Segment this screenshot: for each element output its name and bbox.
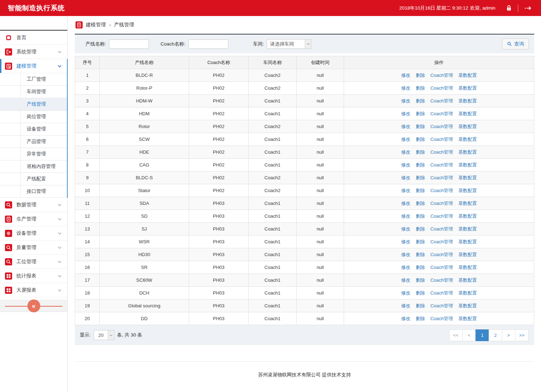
action-coach-manage-link[interactable]: Coach管理 bbox=[430, 123, 453, 130]
breadcrumb-section[interactable]: 建模管理 bbox=[86, 22, 106, 28]
action-base-config-link[interactable]: 基数配置 bbox=[458, 239, 477, 245]
action-coach-manage-link[interactable]: Coach管理 bbox=[430, 162, 453, 168]
action-base-config-link[interactable]: 基数配置 bbox=[458, 162, 477, 168]
action-modify-link[interactable]: 修改 bbox=[401, 149, 410, 155]
action-coach-manage-link[interactable]: Coach管理 bbox=[430, 200, 453, 207]
action-base-config-link[interactable]: 基数配置 bbox=[458, 175, 477, 181]
sidebar-item-modeling[interactable]: 建模管理 bbox=[0, 59, 67, 73]
action-delete-link[interactable]: 删除 bbox=[416, 200, 425, 207]
action-modify-link[interactable]: 修改 bbox=[401, 187, 410, 194]
action-base-config-link[interactable]: 基数配置 bbox=[458, 316, 477, 322]
submenu-item-equipment[interactable]: 设备管理 bbox=[0, 123, 67, 136]
action-base-config-link[interactable]: 基数配置 bbox=[458, 213, 477, 219]
action-modify-link[interactable]: 修改 bbox=[401, 239, 410, 245]
submenu-item-exception[interactable]: 异常管理 bbox=[0, 148, 67, 160]
action-base-config-link[interactable]: 基数配置 bbox=[458, 123, 477, 130]
sidebar-item-station[interactable]: 工位管理 bbox=[0, 255, 67, 269]
action-base-config-link[interactable]: 基数配置 bbox=[458, 149, 477, 155]
action-base-config-link[interactable]: 基数配置 bbox=[458, 187, 477, 194]
action-modify-link[interactable]: 修改 bbox=[401, 175, 410, 181]
action-delete-link[interactable]: 删除 bbox=[416, 85, 425, 91]
page-1-button[interactable]: 1 bbox=[475, 329, 489, 341]
line-name-input[interactable] bbox=[109, 39, 149, 49]
action-coach-manage-link[interactable]: Coach管理 bbox=[430, 213, 453, 219]
submenu-item-line-config[interactable]: 产线配置 bbox=[0, 173, 67, 185]
search-button[interactable]: 查询 bbox=[502, 38, 529, 49]
action-modify-link[interactable]: 修改 bbox=[401, 226, 410, 232]
logout-arrow-icon[interactable] bbox=[523, 4, 532, 13]
action-modify-link[interactable]: 修改 bbox=[401, 251, 410, 258]
action-modify-link[interactable]: 修改 bbox=[401, 303, 410, 309]
action-coach-manage-link[interactable]: Coach管理 bbox=[430, 136, 453, 143]
action-base-config-link[interactable]: 基数配置 bbox=[458, 264, 477, 271]
action-modify-link[interactable]: 修改 bbox=[401, 72, 410, 79]
action-coach-manage-link[interactable]: Coach管理 bbox=[430, 187, 453, 194]
action-coach-manage-link[interactable]: Coach管理 bbox=[430, 239, 453, 245]
action-base-config-link[interactable]: 基数配置 bbox=[458, 277, 477, 284]
action-coach-manage-link[interactable]: Coach管理 bbox=[430, 149, 453, 155]
submenu-item-factory[interactable]: 工厂管理 bbox=[0, 73, 67, 86]
action-delete-link[interactable]: 删除 bbox=[416, 303, 425, 309]
sidebar-item-screen-report[interactable]: 大屏报表 bbox=[0, 283, 67, 297]
action-modify-link[interactable]: 修改 bbox=[401, 111, 410, 117]
submenu-item-production-line[interactable]: 产线管理 bbox=[0, 98, 67, 111]
page-2-button[interactable]: 2 bbox=[489, 329, 502, 341]
action-coach-manage-link[interactable]: Coach管理 bbox=[430, 226, 453, 232]
action-modify-link[interactable]: 修改 bbox=[401, 316, 410, 322]
action-delete-link[interactable]: 删除 bbox=[416, 72, 425, 79]
action-base-config-link[interactable]: 基数配置 bbox=[458, 303, 477, 309]
action-delete-link[interactable]: 删除 bbox=[416, 251, 425, 258]
action-delete-link[interactable]: 删除 bbox=[416, 277, 425, 284]
action-base-config-link[interactable]: 基数配置 bbox=[458, 72, 477, 79]
action-delete-link[interactable]: 删除 bbox=[416, 213, 425, 219]
action-modify-link[interactable]: 修改 bbox=[401, 136, 410, 143]
action-base-config-link[interactable]: 基数配置 bbox=[458, 85, 477, 91]
action-coach-manage-link[interactable]: Coach管理 bbox=[430, 98, 453, 104]
action-modify-link[interactable]: 修改 bbox=[401, 264, 410, 271]
action-base-config-link[interactable]: 基数配置 bbox=[458, 200, 477, 207]
submenu-item-workshop[interactable]: 车间管理 bbox=[0, 86, 67, 98]
action-modify-link[interactable]: 修改 bbox=[401, 290, 410, 296]
collapse-sidebar-button[interactable]: « bbox=[27, 300, 40, 312]
action-delete-link[interactable]: 删除 bbox=[416, 136, 425, 143]
action-modify-link[interactable]: 修改 bbox=[401, 123, 410, 130]
action-modify-link[interactable]: 修改 bbox=[401, 85, 410, 91]
submenu-item-post[interactable]: 岗位管理 bbox=[0, 111, 67, 123]
action-delete-link[interactable]: 删除 bbox=[416, 98, 425, 104]
submenu-item-product[interactable]: 产品管理 bbox=[0, 136, 67, 148]
action-delete-link[interactable]: 删除 bbox=[416, 187, 425, 194]
action-delete-link[interactable]: 删除 bbox=[416, 290, 425, 296]
action-delete-link[interactable]: 删除 bbox=[416, 111, 425, 117]
page-first-button[interactable]: << bbox=[449, 329, 463, 341]
action-base-config-link[interactable]: 基数配置 bbox=[458, 226, 477, 232]
page-last-button[interactable]: >> bbox=[515, 329, 529, 341]
action-base-config-link[interactable]: 基数配置 bbox=[458, 98, 477, 104]
action-base-config-link[interactable]: 基数配置 bbox=[458, 136, 477, 143]
action-modify-link[interactable]: 修改 bbox=[401, 98, 410, 104]
page-next-button[interactable]: > bbox=[502, 329, 515, 341]
action-coach-manage-link[interactable]: Coach管理 bbox=[430, 251, 453, 258]
sidebar-item-home[interactable]: 首页 bbox=[0, 31, 67, 45]
action-coach-manage-link[interactable]: Coach管理 bbox=[430, 277, 453, 284]
sidebar-item-data[interactable]: 数据管理 bbox=[0, 198, 67, 212]
action-delete-link[interactable]: 删除 bbox=[416, 149, 425, 155]
action-delete-link[interactable]: 删除 bbox=[416, 175, 425, 181]
action-coach-manage-link[interactable]: Coach管理 bbox=[430, 303, 453, 309]
action-delete-link[interactable]: 删除 bbox=[416, 239, 425, 245]
action-coach-manage-link[interactable]: Coach管理 bbox=[430, 85, 453, 91]
action-modify-link[interactable]: 修改 bbox=[401, 213, 410, 219]
page-size-select[interactable]: 20 bbox=[94, 330, 114, 340]
sidebar-item-stats-report[interactable]: 统计报表 bbox=[0, 269, 67, 283]
action-modify-link[interactable]: 修改 bbox=[401, 162, 410, 168]
page-prev-button[interactable]: < bbox=[462, 329, 476, 341]
action-base-config-link[interactable]: 基数配置 bbox=[458, 111, 477, 117]
action-base-config-link[interactable]: 基数配置 bbox=[458, 251, 477, 258]
action-coach-manage-link[interactable]: Coach管理 bbox=[430, 72, 453, 79]
coach-name-input[interactable] bbox=[188, 39, 228, 49]
action-coach-manage-link[interactable]: Coach管理 bbox=[430, 316, 453, 322]
action-coach-manage-link[interactable]: Coach管理 bbox=[430, 175, 453, 181]
action-coach-manage-link[interactable]: Coach管理 bbox=[430, 264, 453, 271]
lock-icon[interactable] bbox=[504, 4, 514, 13]
sidebar-item-production[interactable]: 生产管理 bbox=[0, 212, 67, 226]
sidebar-item-system[interactable]: 系统管理 bbox=[0, 45, 67, 59]
